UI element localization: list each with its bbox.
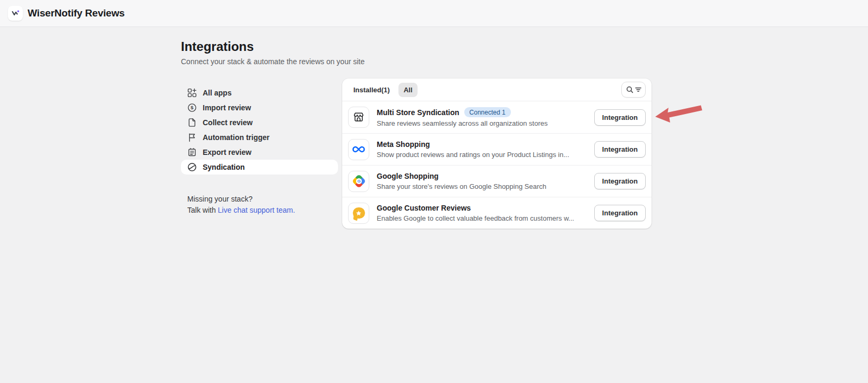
integration-button-meta-shopping[interactable]: Integration <box>594 141 646 158</box>
integration-name: Google Shopping <box>377 172 439 180</box>
integration-name: Google Customer Reviews <box>377 204 471 212</box>
star-icon <box>355 210 362 216</box>
sidebar-item-import-review[interactable]: $ Import review <box>181 100 338 115</box>
integration-description: Share reviews seamlessly across all orga… <box>377 119 548 127</box>
integration-button-multi-store[interactable]: Integration <box>594 109 646 126</box>
sidebar-item-label: All apps <box>203 89 231 97</box>
sidebar-item-label: Import review <box>203 103 251 112</box>
integrations-sidebar: All apps $ Import review Collect review … <box>181 85 338 214</box>
tab-installed[interactable]: Installed(1) <box>348 83 395 97</box>
talk-with-text: Talk with <box>187 206 218 214</box>
search-icon <box>626 86 633 93</box>
google-customer-reviews-icon <box>348 203 369 224</box>
integration-button-google-shopping[interactable]: Integration <box>594 173 646 189</box>
integration-description: Enables Google to collect valuable feedb… <box>377 214 574 222</box>
import-review-cash-icon: $ <box>187 103 197 112</box>
apps-grid-icon <box>187 88 197 98</box>
sidebar-item-label: Collect review <box>203 118 253 127</box>
sidebar-item-label: Syndication <box>203 163 245 171</box>
svg-text:$: $ <box>190 105 194 110</box>
integration-row-meta-shopping: Meta Shopping Show product reviews and r… <box>342 133 652 165</box>
integration-description: Share your store's reviews on Google Sho… <box>377 182 546 190</box>
filter-icon <box>635 86 641 93</box>
sidebar-item-all-apps[interactable]: All apps <box>181 85 338 100</box>
google-shopping-tag-icon: G <box>348 171 369 192</box>
search-filter-button[interactable] <box>621 82 646 98</box>
wisernotify-w-logo[interactable] <box>8 6 23 21</box>
automation-flag-icon <box>187 133 197 142</box>
integration-button-google-customer-reviews[interactable]: Integration <box>594 205 646 221</box>
sidebar-item-label: Automation trigger <box>203 133 270 142</box>
topbar: WiserNotify Reviews <box>0 0 868 27</box>
export-review-icon <box>187 147 197 157</box>
page-subtitle: Connect your stack & automate the review… <box>181 57 364 66</box>
sidebar-item-label: Export review <box>203 148 251 156</box>
live-chat-support-link[interactable]: Live chat support team. <box>218 206 296 214</box>
red-arrow-annotation <box>653 102 704 127</box>
app-title: WiserNotify Reviews <box>28 7 125 19</box>
missing-stack-text: Missing your stack? <box>187 195 338 203</box>
integration-name: Multi Store Syndication <box>377 108 459 117</box>
page-title: Integrations <box>181 39 254 54</box>
tab-all[interactable]: All <box>398 83 418 97</box>
connected-badge: Connected 1 <box>464 107 511 117</box>
sidebar-footer: Missing your stack? Talk with Live chat … <box>187 195 338 214</box>
integration-row-google-customer-reviews: Google Customer Reviews Enables Google t… <box>342 197 652 229</box>
collect-review-file-icon <box>187 118 197 127</box>
integrations-panel: Installed(1) All Multi Store Syndication… <box>342 79 652 229</box>
google-g-letter: G <box>356 178 362 184</box>
sidebar-item-automation-trigger[interactable]: Automation trigger <box>181 130 338 145</box>
meta-logo-icon <box>348 139 369 160</box>
storefront-icon <box>348 107 369 128</box>
integration-row-multi-store-syndication: Multi Store Syndication Connected 1 Shar… <box>342 101 652 133</box>
integration-name: Meta Shopping <box>377 140 430 149</box>
syndication-globe-icon <box>187 162 197 172</box>
sidebar-item-collect-review[interactable]: Collect review <box>181 115 338 130</box>
sidebar-item-syndication[interactable]: Syndication <box>181 160 338 175</box>
integration-description: Show product reviews and ratings on your… <box>377 151 569 159</box>
sidebar-item-export-review[interactable]: Export review <box>181 145 338 160</box>
panel-header: Installed(1) All <box>342 79 652 101</box>
integration-row-google-shopping: G Google Shopping Share your store's rev… <box>342 165 652 197</box>
w-logo-icon <box>10 8 21 19</box>
